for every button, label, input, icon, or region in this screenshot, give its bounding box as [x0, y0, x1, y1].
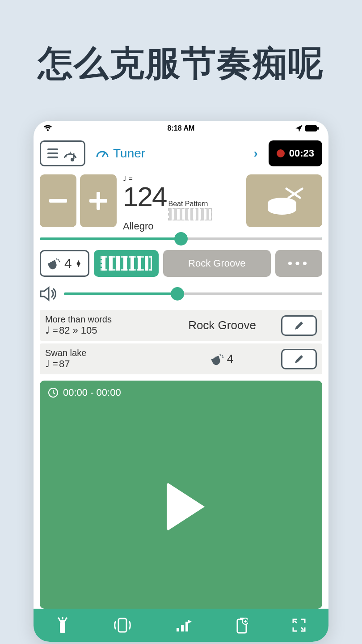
time-signature-button[interactable]: 4 ▲▼	[40, 250, 89, 277]
tempo-slider-thumb[interactable]	[174, 232, 188, 246]
tuner-button[interactable]: Tuner ›	[90, 140, 264, 166]
more-dots-icon: •••	[288, 256, 310, 271]
song-beat-count: 4	[227, 352, 233, 366]
more-options-button[interactable]: •••	[275, 250, 322, 277]
svg-rect-0	[305, 125, 317, 131]
flashlight-button[interactable]	[55, 617, 70, 634]
groove-preset-button[interactable]: Rock Groove	[163, 250, 271, 277]
svg-line-17	[58, 618, 60, 620]
bpm-increment-button[interactable]	[80, 174, 117, 227]
svg-rect-21	[181, 625, 184, 631]
clap-icon	[211, 352, 224, 366]
volume-icon	[40, 286, 59, 302]
bottom-toolbar	[34, 609, 328, 642]
metronome-icon	[63, 145, 78, 161]
stepper-arrows-icon: ▲▼	[76, 260, 82, 267]
fullscreen-button[interactable]	[291, 618, 307, 633]
svg-rect-10	[89, 199, 107, 203]
svg-rect-19	[118, 619, 126, 632]
tempo-slider[interactable]	[34, 236, 328, 240]
play-panel: 00:00 - 00:00	[40, 381, 322, 609]
record-dot-icon	[277, 149, 285, 157]
edit-song-button[interactable]	[281, 349, 317, 369]
tempo-increase-button[interactable]	[176, 618, 192, 632]
hamburger-icon	[47, 148, 58, 158]
clap-icon	[47, 257, 61, 270]
pattern-graphic	[101, 256, 152, 271]
drum-icon	[264, 185, 304, 216]
status-time: 8:18 AM	[168, 124, 195, 132]
song-name: More than words	[45, 314, 163, 325]
svg-rect-15	[60, 622, 65, 633]
song-bpm-value: 87	[59, 358, 70, 370]
minus-icon	[49, 199, 67, 203]
song-item[interactable]: Swan lake ♩ = 87 4	[40, 343, 322, 374]
beat-pattern-label: Beat Pattern	[168, 200, 208, 208]
drum-sound-button[interactable]	[246, 174, 322, 227]
chevron-right-icon: ›	[253, 146, 257, 161]
song-bpm-prefix: ♩ =	[45, 358, 58, 370]
time-range-text: 00:00 - 00:00	[63, 387, 121, 398]
bpm-tempo-name: Allegro	[123, 220, 240, 232]
edit-song-button[interactable]	[281, 315, 317, 336]
location-icon	[295, 125, 303, 132]
song-item[interactable]: More than words ♩ = 82 » 105 Rock Groove	[40, 310, 322, 341]
play-icon	[167, 482, 205, 531]
play-button[interactable]	[40, 405, 322, 609]
song-name: Swan lake	[45, 348, 163, 358]
bpm-display[interactable]: ♩ = 124 Beat Pattern Allegro	[120, 174, 243, 232]
svg-line-12	[286, 189, 300, 198]
battery-icon	[305, 125, 319, 131]
phone-frame: 8:18 AM Tuner ›	[34, 121, 328, 642]
svg-line-13	[289, 189, 302, 198]
headline: 怎么克服节奏痴呢	[0, 40, 362, 87]
record-time: 00:23	[289, 148, 314, 159]
volume-slider-thumb[interactable]	[171, 287, 184, 301]
svg-rect-20	[177, 628, 179, 631]
clock-icon	[48, 387, 59, 398]
record-button[interactable]: 00:23	[269, 140, 322, 166]
tuner-icon	[96, 148, 109, 159]
song-bpm-value: 82	[59, 325, 70, 336]
vibrate-button[interactable]	[113, 617, 132, 634]
bpm-value: 124	[123, 183, 166, 211]
bpm-decrement-button[interactable]	[40, 174, 76, 227]
svg-line-7	[102, 153, 105, 157]
svg-rect-8	[49, 199, 67, 203]
wifi-icon	[43, 125, 52, 132]
menu-button[interactable]	[40, 140, 85, 166]
svg-rect-1	[317, 127, 319, 130]
song-bpm-target: 105	[81, 325, 97, 336]
song-bpm-prefix: ♩ =	[45, 325, 58, 336]
time-sig-value: 4	[64, 256, 72, 271]
groove-label: Rock Groove	[188, 258, 245, 269]
pencil-icon	[294, 321, 304, 330]
volume-slider[interactable]	[64, 292, 322, 295]
song-groove-name: Rock Groove	[163, 318, 281, 332]
plus-icon	[89, 192, 107, 210]
pencil-icon	[294, 354, 304, 364]
status-bar: 8:18 AM	[34, 121, 328, 136]
beat-pattern-visualization	[168, 208, 212, 220]
beat-pattern-button[interactable]	[94, 250, 159, 277]
arrow-icon: »	[72, 325, 78, 336]
svg-rect-22	[185, 622, 188, 631]
battery-saver-button[interactable]	[236, 617, 248, 634]
tuner-label: Tuner	[113, 146, 145, 161]
svg-line-18	[65, 618, 67, 620]
